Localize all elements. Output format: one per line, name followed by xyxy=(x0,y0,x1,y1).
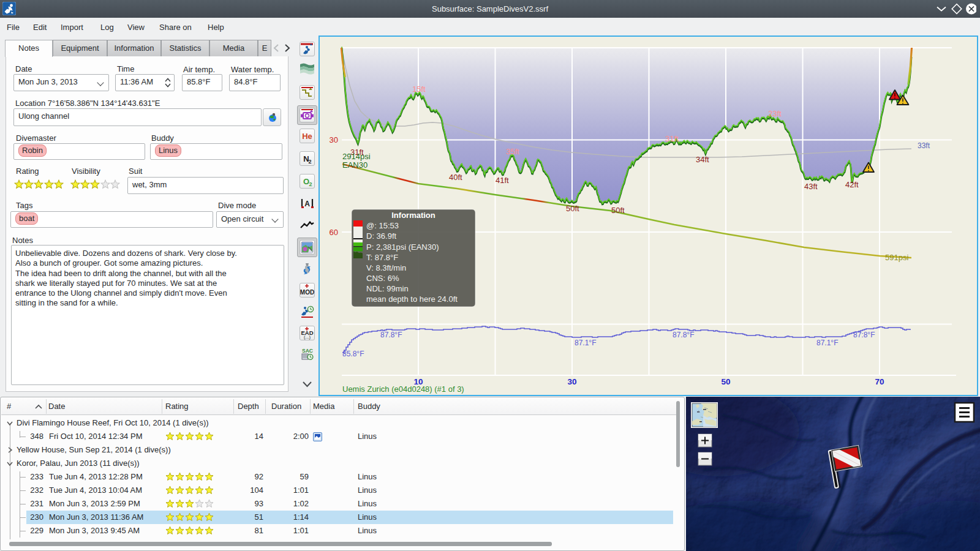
svg-text:42ft: 42ft xyxy=(845,180,859,189)
svg-text:85.8°F: 85.8°F xyxy=(342,350,364,358)
svg-text:V: 8.3ft/min: V: 8.3ft/min xyxy=(366,263,406,272)
svg-text:43ft: 43ft xyxy=(804,182,818,191)
svg-text:T: 87.8°F: T: 87.8°F xyxy=(366,253,398,262)
svg-text:33ft: 33ft xyxy=(918,141,930,150)
svg-text:He: He xyxy=(302,132,312,141)
svg-text:D: 36.9ft: D: 36.9ft xyxy=(366,231,397,241)
svg-text:NDL: 99min: NDL: 99min xyxy=(366,284,409,293)
svg-text:40ft: 40ft xyxy=(449,173,462,182)
svg-text:2914psi: 2914psi xyxy=(342,152,371,161)
svg-text:15ft: 15ft xyxy=(412,84,426,94)
svg-text:50: 50 xyxy=(721,377,730,386)
svg-text:35ft: 35ft xyxy=(506,147,519,156)
svg-text:Uemis Zurich (e04d0248) (#1 of: Uemis Zurich (e04d0248) (#1 of 3) xyxy=(342,384,464,394)
svg-text:41ft: 41ft xyxy=(496,176,509,185)
svg-text:60: 60 xyxy=(330,228,338,237)
svg-text:mean depth to here 24.0ft: mean depth to here 24.0ft xyxy=(366,294,458,304)
svg-text:2: 2 xyxy=(309,181,312,187)
svg-text:Information: Information xyxy=(391,211,435,220)
svg-text:87.1°F: 87.1°F xyxy=(816,339,838,347)
svg-text:591psi: 591psi xyxy=(885,253,908,262)
svg-text:34ft: 34ft xyxy=(696,155,709,164)
svg-text:30: 30 xyxy=(330,135,338,144)
svg-text:31ft: 31ft xyxy=(665,134,679,143)
svg-text:MOD: MOD xyxy=(300,289,314,296)
svg-text:A: A xyxy=(304,200,310,208)
svg-text:CNS: 6%: CNS: 6% xyxy=(366,274,399,283)
svg-text:(...): (...) xyxy=(304,334,311,340)
svg-text:87.1°F: 87.1°F xyxy=(575,339,596,347)
svg-text:SAC: SAC xyxy=(302,348,313,354)
svg-text:87.8°F: 87.8°F xyxy=(380,331,402,339)
svg-text:87.8°F: 87.8°F xyxy=(673,331,694,339)
svg-text:70: 70 xyxy=(875,377,884,386)
svg-text:23ft: 23ft xyxy=(768,109,782,118)
svg-text:30: 30 xyxy=(567,377,576,386)
svg-text:50ft: 50ft xyxy=(611,206,625,215)
svg-text:P: 2,381psi (EAN30): P: 2,381psi (EAN30) xyxy=(366,242,439,252)
svg-text:50ft: 50ft xyxy=(566,204,579,213)
svg-text:@: 15:53: @: 15:53 xyxy=(366,221,399,230)
svg-text:EAN30: EAN30 xyxy=(342,160,368,170)
svg-text:2: 2 xyxy=(308,159,311,165)
svg-text:87:8°F: 87:8°F xyxy=(853,331,875,339)
